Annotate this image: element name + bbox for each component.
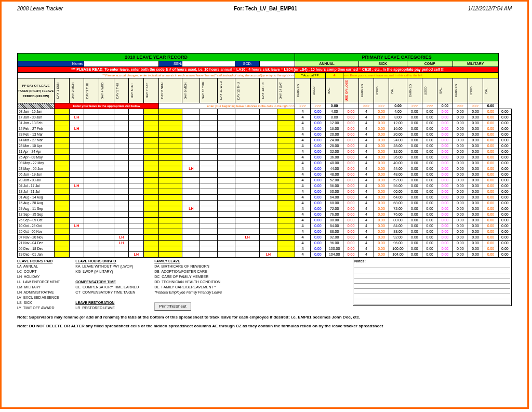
cell-16-10[interactable] [200, 201, 218, 206]
cell-3-3[interactable] [84, 126, 99, 132]
cell-5-4[interactable] [99, 138, 114, 143]
cell-10-1[interactable] [55, 166, 70, 172]
cell-7-14[interactable] [277, 149, 295, 155]
cell-25-7[interactable] [144, 252, 159, 258]
cell-15-5[interactable] [114, 195, 129, 201]
cell-13-6[interactable] [129, 183, 144, 189]
cell-17-4[interactable] [99, 206, 114, 212]
cell-2-12[interactable] [235, 121, 260, 126]
cell-18-3[interactable] [84, 212, 99, 218]
cell-2-3[interactable] [84, 121, 99, 126]
cell-9-3[interactable] [84, 161, 99, 166]
cell-20-1[interactable] [55, 223, 70, 229]
cell-20-2[interactable]: LH [69, 223, 84, 229]
cell-11-12[interactable] [235, 172, 260, 178]
cell-24-6[interactable] [129, 246, 144, 252]
cell-1-1[interactable] [55, 115, 70, 121]
cell-23-12[interactable] [235, 241, 260, 246]
cell-4-1[interactable] [55, 132, 70, 138]
cell-1-9[interactable] [182, 115, 200, 121]
cell-20-11[interactable] [218, 223, 235, 229]
cell-23-7[interactable] [144, 241, 159, 246]
cell-11-8[interactable] [158, 172, 182, 178]
cell-25-8[interactable] [158, 252, 182, 258]
ssn-input[interactable] [182, 61, 235, 67]
cell-23-10[interactable] [200, 241, 218, 246]
cell-1-8[interactable] [158, 115, 182, 121]
cell-5-6[interactable] [129, 138, 144, 143]
cell-21-13[interactable] [259, 229, 277, 235]
cell-14-9[interactable] [182, 189, 200, 195]
cell-11-1[interactable] [55, 172, 70, 178]
cell-4-11[interactable] [218, 132, 235, 138]
cell-10-4[interactable] [99, 166, 114, 172]
cell-0-9[interactable] [182, 109, 200, 115]
cell-20-12[interactable] [235, 223, 260, 229]
cell-24-7[interactable] [144, 246, 159, 252]
cell-15-9[interactable] [182, 195, 200, 201]
cell-10-10[interactable] [200, 166, 218, 172]
cell-2-11[interactable] [218, 121, 235, 126]
cell-1-3[interactable] [84, 115, 99, 121]
cell-3-14[interactable] [277, 126, 295, 132]
cell-22-13[interactable] [259, 235, 277, 241]
cell-7-6[interactable] [129, 149, 144, 155]
cell-21-12[interactable] [235, 229, 260, 235]
cell-7-4[interactable] [99, 149, 114, 155]
cell-18-4[interactable] [99, 212, 114, 218]
cell-18-7[interactable] [144, 212, 159, 218]
cell-8-12[interactable] [235, 155, 260, 161]
cell-2-9[interactable] [182, 121, 200, 126]
cell-0-7[interactable] [144, 109, 159, 115]
cell-14-3[interactable] [84, 189, 99, 195]
cell-12-14[interactable] [277, 178, 295, 183]
cell-17-5[interactable] [114, 206, 129, 212]
cell-7-2[interactable] [69, 149, 84, 155]
cell-11-4[interactable] [99, 172, 114, 178]
cell-17-8[interactable] [158, 206, 182, 212]
cell-23-13[interactable] [259, 241, 277, 246]
cell-8-9[interactable] [182, 155, 200, 161]
cell-11-13[interactable] [259, 172, 277, 178]
cell-19-9[interactable] [182, 218, 200, 223]
cell-25-5[interactable] [114, 252, 129, 258]
cell-3-8[interactable] [158, 126, 182, 132]
cell-19-3[interactable] [84, 218, 99, 223]
cell-13-3[interactable] [84, 183, 99, 189]
cell-8-14[interactable] [277, 155, 295, 161]
cell-4-14[interactable] [277, 132, 295, 138]
cell-15-10[interactable] [200, 195, 218, 201]
cell-5-11[interactable] [218, 138, 235, 143]
cell-11-14[interactable] [277, 172, 295, 178]
cell-0-2[interactable] [69, 109, 84, 115]
cell-9-12[interactable] [235, 161, 260, 166]
cell-15-8[interactable] [158, 195, 182, 201]
cell-21-1[interactable] [55, 229, 70, 235]
cell-4-5[interactable] [114, 132, 129, 138]
cell-14-12[interactable] [235, 189, 260, 195]
cell-5-3[interactable] [84, 138, 99, 143]
cell-13-8[interactable] [158, 183, 182, 189]
cell-1-5[interactable] [114, 115, 129, 121]
cell-7-3[interactable] [84, 149, 99, 155]
cell-4-7[interactable] [144, 132, 159, 138]
cell-22-11[interactable] [218, 235, 235, 241]
cell-19-7[interactable] [144, 218, 159, 223]
cell-9-13[interactable] [259, 161, 277, 166]
cell-0-11[interactable] [218, 109, 235, 115]
cell-5-14[interactable] [277, 138, 295, 143]
cell-2-10[interactable] [200, 121, 218, 126]
cell-11-10[interactable] [200, 172, 218, 178]
cell-2-1[interactable] [55, 121, 70, 126]
cell-9-2[interactable] [69, 161, 84, 166]
cell-2-4[interactable] [99, 121, 114, 126]
cell-10-2[interactable] [69, 166, 84, 172]
cell-12-4[interactable] [99, 178, 114, 183]
cell-14-6[interactable] [129, 189, 144, 195]
cell-25-9[interactable] [182, 252, 200, 258]
cell-6-12[interactable] [235, 143, 260, 149]
cell-0-14[interactable] [277, 109, 295, 115]
cell-13-2[interactable]: LH [69, 183, 84, 189]
cell-0-13[interactable] [259, 109, 277, 115]
cell-18-5[interactable] [114, 212, 129, 218]
